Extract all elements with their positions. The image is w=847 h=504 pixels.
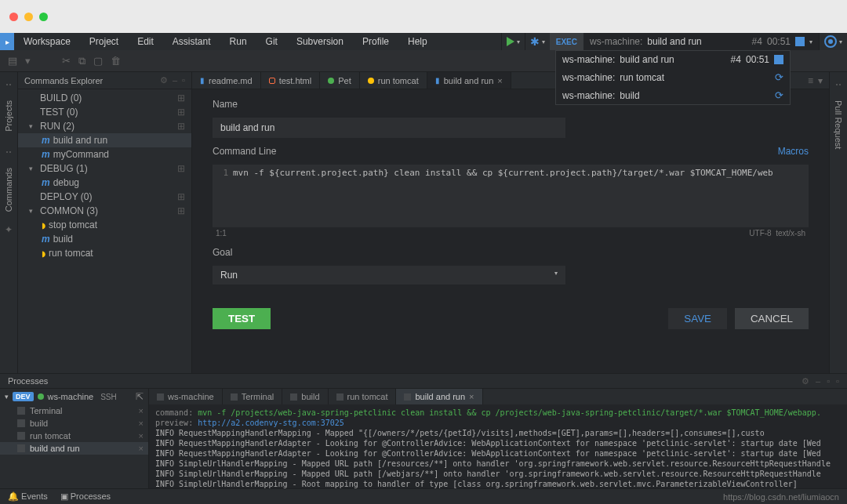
events-label[interactable]: Events — [21, 491, 48, 501]
run-history-item[interactable]: ws-machine:build and run#400:51 — [556, 51, 790, 68]
menu-item[interactable]: Help — [398, 33, 437, 50]
close-icon[interactable]: × — [139, 444, 144, 453]
sidebar-tab-commands[interactable]: Commands — [1, 160, 16, 219]
sidebar-tab-projects[interactable]: Projects — [1, 92, 16, 140]
run-button[interactable]: ▾ — [501, 33, 525, 50]
new-icon[interactable]: ▤ — [8, 55, 17, 67]
menu-item[interactable]: Workspace — [14, 33, 80, 50]
minimize-window-icon[interactable] — [24, 13, 33, 21]
tree-item[interactable]: ◗run tomcat — [18, 246, 191, 260]
tree-item[interactable]: mbuild and run — [18, 133, 191, 147]
paste-icon[interactable]: ▢ — [93, 55, 103, 67]
console-tab[interactable]: run tomcat — [329, 389, 397, 404]
editor-tab[interactable]: ▮readme.md — [192, 72, 261, 89]
list-icon[interactable]: ≡ — [808, 75, 813, 86]
menu-item[interactable]: Profile — [353, 33, 398, 50]
goal-select[interactable]: Run▾ — [213, 266, 565, 285]
tree-item[interactable]: mmyCommand — [18, 147, 191, 161]
minimize-icon[interactable]: – — [816, 376, 820, 386]
cancel-button[interactable]: CANCEL — [735, 308, 809, 329]
refresh-icon[interactable]: ⟳ — [775, 71, 783, 83]
menu-item[interactable]: Git — [256, 33, 287, 50]
tree-group[interactable]: ▾DEBUG (1)⊞ — [18, 161, 191, 176]
run-history-item[interactable]: ws-machine:run tomcat⟳ — [556, 68, 790, 86]
command-name-input[interactable] — [213, 118, 565, 138]
sidebar-tab-pull-request[interactable]: Pull Request — [831, 92, 846, 157]
chevron-down-icon[interactable]: ▾ — [839, 38, 842, 45]
save-icon[interactable]: ▾ — [25, 55, 31, 67]
console-tab[interactable]: ws-machine — [149, 389, 223, 404]
add-icon[interactable]: ⊞ — [177, 107, 187, 118]
restore-icon[interactable]: ▫ — [827, 376, 830, 386]
console-log[interactable]: command: mvn -f /projects/web-java-sprin… — [149, 404, 847, 488]
close-icon[interactable]: × — [497, 76, 502, 85]
chevron-down-icon[interactable]: ▾ — [542, 38, 545, 45]
gear-icon[interactable]: ⚙ — [160, 75, 168, 85]
target-button[interactable]: ▾ — [819, 33, 847, 50]
add-icon[interactable]: ⊞ — [177, 163, 187, 174]
process-item[interactable]: Terminal× — [0, 404, 148, 417]
test-button[interactable]: TEST — [213, 308, 271, 329]
stop-icon[interactable] — [795, 37, 805, 46]
process-item[interactable]: build× — [0, 417, 148, 430]
chevron-down-icon[interactable]: ▾ — [818, 75, 823, 86]
exec-badge: EXEC — [550, 33, 583, 50]
close-icon[interactable]: × — [139, 406, 144, 415]
machine-node[interactable]: ▾ DEV ws-machine SSH ⇱ — [0, 389, 148, 404]
menu-item[interactable]: Run — [220, 33, 256, 50]
process-item[interactable]: run tomcat× — [0, 430, 148, 442]
delete-icon[interactable]: 🗑 — [111, 55, 121, 67]
tree-group[interactable]: ▾COMMON (3)⊞ — [18, 204, 191, 218]
close-icon[interactable]: ▫ — [182, 75, 185, 85]
tree-group[interactable]: TEST (0)⊞ — [18, 105, 191, 119]
minimize-icon[interactable]: – — [173, 75, 177, 85]
tree-group[interactable]: BUILD (0)⊞ — [18, 91, 191, 105]
editor-tab[interactable]: run tomcat — [360, 72, 427, 89]
refresh-icon[interactable]: ⟳ — [775, 89, 783, 101]
menu-item[interactable]: Edit — [128, 33, 163, 50]
editor-tab[interactable]: Pet — [320, 72, 360, 89]
debug-button[interactable]: ✱▾ — [525, 33, 550, 50]
star-icon[interactable]: ✦ — [5, 219, 13, 240]
add-icon[interactable]: ⊞ — [177, 92, 187, 103]
editor-tab[interactable]: test.html — [261, 72, 321, 89]
tree-item[interactable]: mbuild — [18, 232, 191, 246]
current-run-box[interactable]: ws-machine: build and run #4 00:51 ▾ — [583, 33, 819, 50]
command-line-editor[interactable]: 1 mvn -f ${current.project.path} clean i… — [213, 165, 809, 227]
add-icon[interactable]: ⊞ — [177, 205, 187, 216]
run-history-item[interactable]: ws-machine:build⟳ — [556, 86, 790, 104]
console-tab[interactable]: build and run× — [396, 389, 482, 404]
editor-tab[interactable]: ▮build and run× — [427, 72, 511, 89]
chevron-down-icon[interactable]: ▾ — [809, 38, 812, 45]
console-tab[interactable]: build — [282, 389, 328, 404]
tree-group[interactable]: DEPLOY (0)⊞ — [18, 190, 191, 204]
close-icon[interactable]: × — [469, 392, 474, 401]
menu-item[interactable]: Assistant — [163, 33, 220, 50]
close-icon[interactable]: ▫ — [836, 376, 839, 386]
add-icon[interactable]: ⊞ — [177, 191, 187, 202]
cut-icon[interactable]: ✂ — [62, 55, 71, 67]
close-icon[interactable]: × — [139, 431, 144, 441]
tree-group[interactable]: ▾RUN (2)⊞ — [18, 119, 191, 133]
close-icon[interactable]: × — [139, 419, 144, 428]
tree-item[interactable]: mdebug — [18, 176, 191, 190]
macros-link[interactable]: Macros — [778, 146, 809, 157]
processes-label[interactable]: Processes — [71, 491, 111, 501]
stop-icon[interactable] — [774, 55, 783, 64]
menu-item[interactable]: Subversion — [287, 33, 353, 50]
add-icon[interactable]: ⊞ — [177, 121, 187, 132]
maximize-window-icon[interactable] — [39, 13, 48, 21]
process-item[interactable]: build and run× — [0, 442, 148, 455]
copy-icon[interactable]: ⧉ — [78, 55, 85, 67]
external-icon[interactable]: ⇱ — [136, 391, 144, 402]
chevron-down-icon[interactable]: ▾ — [517, 38, 520, 45]
tree-item[interactable]: ◗stop tomcat — [18, 218, 191, 232]
save-button[interactable]: SAVE — [668, 308, 727, 329]
close-window-icon[interactable] — [9, 13, 18, 21]
collapse-icon[interactable]: ‥ — [5, 140, 12, 160]
app-menu-icon[interactable]: ▸ — [0, 33, 14, 50]
console-tab[interactable]: Terminal — [223, 389, 283, 404]
gear-icon[interactable]: ⚙ — [802, 376, 809, 386]
collapse-icon[interactable]: ‥ — [5, 72, 12, 92]
menu-item[interactable]: Project — [80, 33, 128, 50]
